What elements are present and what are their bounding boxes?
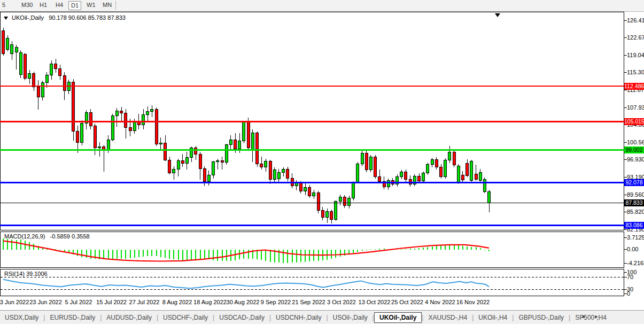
chart-symbol-label: UKOil-,Daily — [12, 14, 44, 21]
chart-canvas[interactable] — [0, 0, 644, 324]
chart-tab-usdx-daily[interactable]: USDX,Daily — [0, 312, 43, 323]
price-axis-tick: 115.300 — [627, 69, 644, 75]
price-level-label: 99.002 — [624, 146, 644, 153]
timeframe-button-h4[interactable]: H4 — [53, 1, 65, 9]
date-axis-label: 16 Nov 2022 — [456, 299, 490, 305]
macd-values: -0.5859 0.3558 — [50, 233, 90, 240]
date-axis-label: 21 Sep 2022 — [292, 299, 325, 305]
date-axis-label: 15 Jul 2022 — [96, 299, 127, 305]
macd-axis-tick: -4.2165 — [627, 260, 644, 266]
chart-title: UKOil-,Daily 90.178 90.606 85.783 87.833 — [4, 14, 126, 21]
chart-tab-gbpusd-daily[interactable]: GBPUSD-,Daily — [514, 312, 569, 323]
date-axis-label: 3 Oct 2022 — [327, 299, 356, 305]
date-axis-label: 13 Oct 2022 — [359, 299, 391, 305]
chart-tab-usdcad-daily[interactable]: USDCAD-,Daily — [214, 312, 269, 323]
price-axis-tick: 122.670 — [627, 34, 644, 41]
price-axis-tick: 96.930 — [627, 156, 644, 163]
date-axis-label: 9 Sep 2022 — [261, 299, 291, 305]
price-level-label: 92.078 — [624, 179, 644, 186]
date-axis-label: 23 Jun 2022 — [29, 299, 62, 305]
chart-tab-xauusd-h4[interactable]: XAUUSD-,H4 — [423, 312, 472, 323]
price-axis-tick: 89.560 — [627, 191, 644, 198]
timeframe-button-5[interactable]: 5 — [0, 1, 7, 9]
toolbar-separator — [115, 1, 116, 10]
symbol-dropdown-icon[interactable] — [4, 17, 8, 20]
timeframe-button-d1[interactable]: D1 — [68, 1, 81, 10]
rsi-indicator-label: RSI(14) 39.1006 — [4, 271, 48, 277]
chart-tab-ukoil-daily[interactable]: UKOil-,Daily — [374, 312, 422, 323]
date-axis-label: 27 Jul 2022 — [129, 299, 160, 305]
price-axis-tick: 126.410 — [627, 17, 644, 24]
date-axis-label: 4 Nov 2022 — [425, 299, 455, 305]
chart-shift-marker-icon[interactable] — [495, 13, 500, 17]
macd-indicator-label: MACD(12,26,9) -0.5859 0.3558 — [4, 233, 90, 240]
mt4-terminal-window: { "toolbar": { "periods": [ {"label": "5… — [0, 0, 644, 324]
timeframe-toolbar: 5M30H1H4D1W1MN — [0, 0, 644, 12]
date-axis-label: 5 Jul 2022 — [65, 299, 92, 305]
macd-axis-tick: 3.7125 — [627, 234, 644, 241]
price-level-label: 105.015 — [624, 118, 644, 125]
price-level-label: 83.086 — [624, 222, 644, 229]
price-axis-tick: 100.560 — [627, 139, 644, 145]
timeframe-button-m30[interactable]: M30 — [19, 1, 35, 9]
chart-ohlc-values: 90.178 90.606 85.783 87.833 — [49, 14, 126, 21]
chart-tab-audusd-daily[interactable]: AUDUSD-,Daily — [102, 312, 157, 323]
date-axis-label: 13 Jun 2022 — [0, 299, 29, 305]
chart-tab-usdcnh-daily[interactable]: USDCNH-,Daily — [271, 312, 326, 323]
date-axis-label: 25 Oct 2022 — [391, 299, 423, 305]
date-axis-label: 30 Aug 2022 — [227, 299, 260, 305]
timeframe-button-mn[interactable]: MN — [100, 1, 114, 9]
chart-tab-ukoil-h4[interactable]: UKOil-,H4 — [474, 312, 512, 323]
rsi-axis-tick: 0 — [627, 290, 630, 297]
timeframe-button-h1[interactable]: H1 — [37, 1, 49, 9]
symbol-tabbar: USDX,Daily|EURUSD-,Daily|AUDUSD-,Daily|U… — [0, 310, 644, 324]
chart-tab-usoil-daily[interactable]: USOil-,Daily — [328, 312, 373, 323]
price-axis-tick: 85.820 — [627, 209, 644, 215]
timeframe-button-w1[interactable]: W1 — [84, 1, 98, 9]
tabbar-scroll-arrows[interactable]: ◄ ► — [580, 314, 602, 319]
price-axis-tick: 107.930 — [627, 104, 644, 111]
chart-tab-eurusd-daily[interactable]: EURUSD-,Daily — [45, 312, 100, 323]
date-axis-label: 8 Aug 2022 — [162, 299, 192, 305]
price-axis-tick: 119.040 — [627, 52, 644, 58]
macd-axis-tick: 0.00 — [627, 246, 638, 252]
price-level-label: 112.486 — [624, 83, 644, 90]
chart-tab-usdchf-daily[interactable]: USDCHF-,Daily — [158, 312, 213, 323]
rsi-axis-tick: 70 — [627, 274, 633, 280]
price-level-label: 87.833 — [624, 199, 644, 206]
date-axis-label: 18 Aug 2022 — [193, 299, 227, 305]
